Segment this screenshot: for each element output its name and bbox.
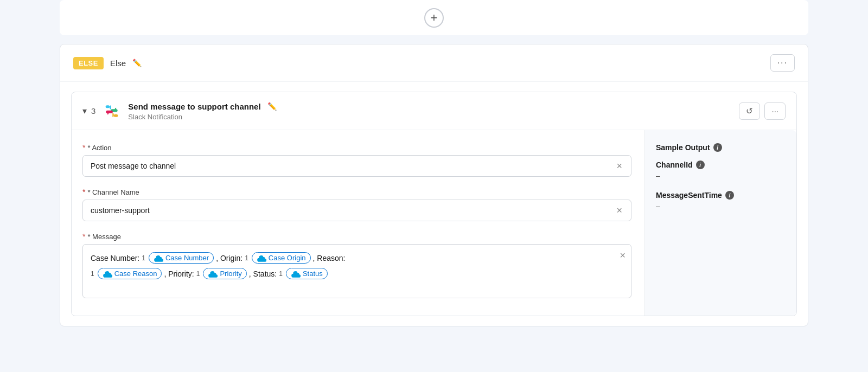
channel-label-text: * Channel Name xyxy=(87,188,139,196)
action-subtitle: Slack Notification xyxy=(128,113,739,121)
sample-output-title: Sample Output i xyxy=(656,143,786,152)
channel-clear-button[interactable]: × xyxy=(615,206,623,215)
action-title-text: Send message to support channel xyxy=(128,102,260,111)
message-line-2: 1 Case Reason , Priority: 1 xyxy=(91,268,623,279)
status-token[interactable]: Status xyxy=(286,268,328,279)
action-title-group: Send message to support channel ✏️ Slack… xyxy=(128,101,739,121)
sample-output-info-icon[interactable]: i xyxy=(713,143,722,152)
message-line-1: Case Number: 1 Case Number , Origin: 1 xyxy=(91,252,623,264)
priority-token[interactable]: Priority xyxy=(203,268,246,279)
channelid-value: – xyxy=(656,171,786,180)
sample-output-section: Sample Output i ChannelId i – MessageSen… xyxy=(644,130,796,316)
action-input-value: Post message to channel xyxy=(91,162,615,170)
action-field: * * Action Post message to channel × xyxy=(82,143,631,177)
else-edit-button[interactable]: ✏️ xyxy=(130,57,144,68)
refresh-button[interactable]: ↺ xyxy=(739,102,760,120)
messagesenttime-value: – xyxy=(656,202,786,210)
status-text: , Status: xyxy=(249,270,277,278)
token-num-5: 1 xyxy=(279,270,283,278)
else-block: ELSE Else ✏️ ··· ▾ 3 xyxy=(60,44,808,326)
token-num-3: 1 xyxy=(91,270,94,278)
channel-input-value: customer-support xyxy=(91,206,615,215)
output-field-channelid: ChannelId i – xyxy=(656,161,786,180)
channel-input-wrap[interactable]: customer-support × xyxy=(82,200,631,221)
action-input-wrap[interactable]: Post message to channel × xyxy=(82,155,631,177)
else-label: Else xyxy=(110,59,126,68)
case-origin-token[interactable]: Case Origin xyxy=(252,252,311,264)
token-num-4: 1 xyxy=(196,270,200,278)
else-header: ELSE Else ✏️ ··· xyxy=(60,44,808,82)
collapse-button[interactable]: ▾ xyxy=(82,106,87,116)
action-card: ▾ 3 xyxy=(71,92,797,316)
action-card-body: * * Action Post message to channel × * *… xyxy=(72,130,796,316)
output-field-messagesenttime: MessageSentTime i – xyxy=(656,191,786,210)
action-label-text: * Action xyxy=(87,144,111,152)
channelid-info-icon[interactable]: i xyxy=(696,161,705,169)
action-field-label: * * Action xyxy=(82,143,631,152)
form-section: * * Action Post message to channel × * *… xyxy=(82,143,644,309)
step-number: 3 xyxy=(91,106,95,116)
token-num-2: 1 xyxy=(245,254,248,262)
add-step-button[interactable]: + xyxy=(424,8,444,28)
action-card-header: ▾ 3 xyxy=(72,92,796,130)
required-star: * xyxy=(82,143,85,152)
slack-icon xyxy=(102,101,122,121)
action-edit-button[interactable]: ✏️ xyxy=(265,101,279,112)
sample-output-title-text: Sample Output xyxy=(656,143,710,152)
action-clear-button[interactable]: × xyxy=(615,161,623,171)
messagesenttime-info-icon[interactable]: i xyxy=(725,191,734,200)
message-clear-button[interactable]: × xyxy=(620,250,626,261)
priority-text: , Priority: xyxy=(164,270,194,278)
reason-text: , Reason: xyxy=(313,254,346,262)
token-num-1: 1 xyxy=(142,254,145,262)
messagesenttime-name: MessageSentTime i xyxy=(656,191,786,200)
channel-name-label: * * Channel Name xyxy=(82,188,631,196)
message-required-star: * xyxy=(82,232,85,241)
case-number-token[interactable]: Case Number xyxy=(149,252,214,264)
message-label-text: * Message xyxy=(87,233,120,241)
case-reason-token[interactable]: Case Reason xyxy=(98,268,162,279)
origin-text: , Origin: xyxy=(216,254,242,262)
message-input-wrap[interactable]: Case Number: 1 Case Number , Origin: 1 xyxy=(82,244,631,298)
message-field: * * Message Case Number: 1 xyxy=(82,232,631,298)
channel-name-field: * * Channel Name customer-support × xyxy=(82,188,631,221)
channel-required-star: * xyxy=(82,188,85,196)
action-more-button[interactable]: ··· xyxy=(764,102,786,120)
else-badge: ELSE xyxy=(73,57,104,69)
case-number-text: Case Number: xyxy=(91,254,139,262)
else-more-button[interactable]: ··· xyxy=(770,54,795,72)
message-field-label: * * Message xyxy=(82,232,631,241)
channelid-name: ChannelId i xyxy=(656,161,786,169)
